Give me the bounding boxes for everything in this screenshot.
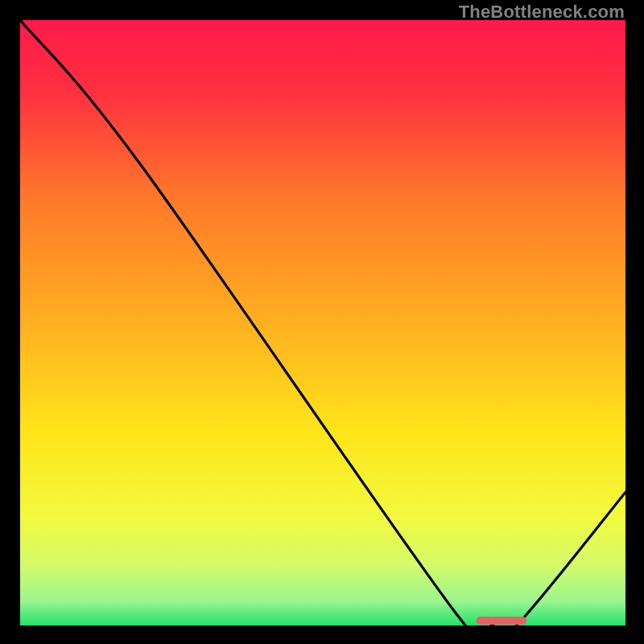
plot-area xyxy=(20,20,625,625)
svg-rect-0 xyxy=(20,20,625,625)
chart-container: TheBottleneck.com xyxy=(0,0,644,644)
background-gradient xyxy=(20,20,625,625)
